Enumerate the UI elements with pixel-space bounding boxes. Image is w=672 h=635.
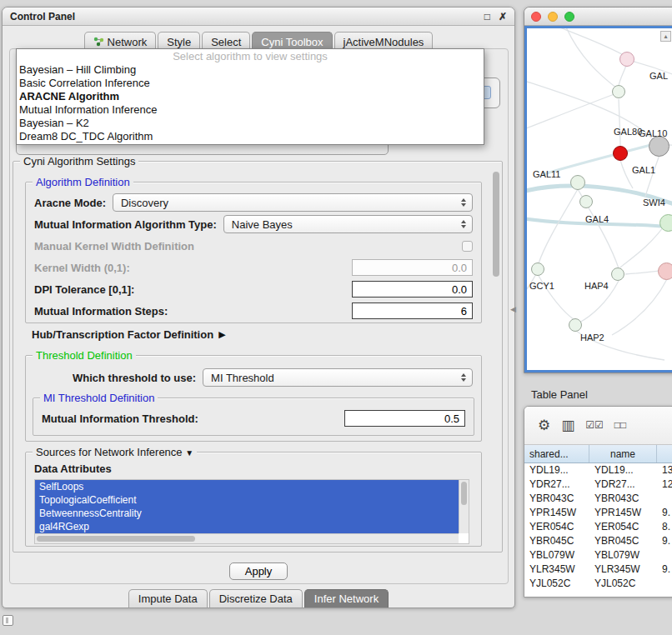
apply-button[interactable]: Apply [229,562,288,580]
splitter-arrow-icon[interactable]: ◀ [510,305,516,313]
cell-name: YBR043C [589,492,657,506]
network-canvas[interactable]: GAL GAL80 GAL10 GAL11 GAL1 SWI4 GAL4 GCY… [524,26,672,372]
settings-scrollbar-thumb[interactable] [493,172,499,277]
network-node[interactable] [612,85,625,98]
tab-jactivemnodules[interactable]: jActiveMNodules [334,32,434,49]
kernel-width-input[interactable] [352,259,473,276]
sources-group-label: Sources for Network Inference [36,446,183,458]
close-traffic-light[interactable] [531,12,541,22]
network-node-label: HAP4 [584,281,609,291]
network-node[interactable] [579,195,593,208]
zoom-traffic-light[interactable] [564,12,574,22]
tab-style[interactable]: Style [158,32,200,49]
sources-group-title[interactable]: Sources for Network Inference ▼ [33,446,197,458]
threshold-definition-group: Threshold Definition Which threshold to … [25,355,482,442]
dropdown-item-aracne[interactable]: ARACNE Algorithm [17,90,484,103]
column-header-name[interactable]: name [589,445,657,462]
dropdown-item-bayesian-hill-climbing[interactable]: Bayesian – Hill Climbing [17,63,484,77]
which-threshold-label: Which threshold to use: [73,372,196,384]
network-node-label: GAL4 [585,214,609,224]
which-threshold-row: Which threshold to use: MI Threshold [73,368,473,388]
cell-name: YDL19... [589,463,657,478]
network-node[interactable] [619,52,634,67]
gear-icon[interactable]: ⚙ [538,418,550,432]
manual-kernel-width-checkbox[interactable] [462,241,473,252]
mi-threshold-input[interactable] [344,410,465,427]
tab-impute-data[interactable]: Impute Data [128,589,208,608]
which-threshold-select[interactable]: MI Threshold [203,368,473,387]
table-row[interactable]: YBR045C YBR045C 9. [524,534,672,548]
network-node[interactable] [570,175,585,190]
bottom-tabs: Impute Data Discretize Data Infer Networ… [3,589,514,608]
control-panel-window: Control Panel □ ✗ Network Style [2,7,515,608]
dropdown-prompt: Select algorithm to view settings [17,50,484,63]
network-node[interactable] [531,262,544,276]
dpi-tolerance-input[interactable] [352,281,473,298]
network-node[interactable] [569,318,582,332]
tab-select[interactable]: Select [202,32,250,49]
network-window-titlebar[interactable] [524,8,672,26]
attributes-horizontal-scrollbar[interactable] [35,533,459,543]
dropdown-item-mutual-information[interactable]: Mutual Information Inference [17,103,484,117]
close-window-icon[interactable]: ✗ [499,12,507,22]
docked-panel-icon[interactable] [3,615,13,626]
cell-shared-name: YER054C [524,520,589,534]
data-attributes-list[interactable]: SelfLoops TopologicalCoefficient Between… [34,479,469,544]
mi-steps-input[interactable] [352,302,473,319]
table-row[interactable]: YDR27... YDR27... 12 [524,478,672,492]
control-panel-titlebar[interactable]: Control Panel □ ✗ [3,8,514,26]
tab-label: Network [108,36,148,48]
network-node[interactable] [659,214,672,232]
algorithm-definition-group: Algorithm Definition Aracne Mode: Discov… [25,182,482,323]
tab-infer-network[interactable]: Infer Network [304,589,389,608]
control-panel-tabs: Network Style Select Cyni Toolbox jActiv… [3,32,514,49]
network-node[interactable] [649,136,669,157]
attribute-item-selected[interactable]: SelfLoops [35,480,459,493]
select-all-checkboxes-icon[interactable]: ☑☑ [585,418,604,432]
deselect-all-checkboxes-icon[interactable]: □□ [614,418,627,432]
columns-icon[interactable]: ▥ [561,418,574,432]
hub-definition-toggle[interactable]: Hub/Transcription Factor Definition ▶ [32,328,226,341]
table-row[interactable]: YPR145W YPR145W 9. [524,506,672,520]
cell-name: YJL052C [589,577,657,591]
attribute-item-selected[interactable]: TopologicalCoefficient [35,493,459,507]
which-threshold-value: MI Threshold [211,372,457,384]
data-attributes-label: Data Attributes [34,462,112,475]
network-node-label: GAL10 [639,128,667,138]
tab-label: jActiveMNodules [344,36,424,48]
minimize-traffic-light[interactable] [548,12,558,22]
table-row[interactable]: YBL079W YBL079W [524,548,672,562]
table-row[interactable]: YBR043C YBR043C [524,492,672,506]
cell-extra: 12 [657,478,672,492]
mi-steps-row: Mutual Information Steps: [34,301,473,321]
tab-discretize-data[interactable]: Discretize Data [209,589,303,608]
dropdown-item-bayesian-k2[interactable]: Bayesian – K2 [17,117,484,130]
tab-label: Infer Network [314,592,379,605]
dropdown-item-dream8[interactable]: Dream8 DC_TDC Algorithm [17,130,484,143]
tab-cyni-toolbox[interactable]: Cyni Toolbox [252,32,332,49]
network-tab-icon [93,37,104,47]
scroll-up-icon[interactable]: ▴ [660,31,671,42]
network-node[interactable] [611,268,624,281]
table-panel-title: Table Panel [531,388,588,401]
attributes-vertical-scrollbar[interactable] [459,480,469,533]
table-row[interactable]: YDL19... YDL19... 13 [524,463,672,478]
aracne-mode-select[interactable]: Discovery [113,193,473,212]
column-header-extra[interactable] [657,445,672,462]
tab-network[interactable]: Network [84,32,157,49]
float-window-icon[interactable]: □ [484,12,490,22]
attribute-item-selected[interactable]: BetweennessCentrality [35,507,459,520]
mi-algorithm-type-select[interactable]: Naive Bayes [223,215,473,233]
network-node[interactable] [613,146,628,161]
table-row[interactable]: YJL052C YJL052C [524,577,672,591]
combo-arrows-icon [457,198,470,207]
dropdown-item-basic-correlation[interactable]: Basic Correlation Inference [17,77,484,90]
table-row[interactable]: YLR345W YLR345W 9. [524,562,672,577]
cell-name: YLR345W [589,562,657,577]
network-node[interactable] [658,262,672,280]
attribute-item-selected[interactable]: gal4RGexp [35,520,459,533]
network-node-label: GCY1 [529,281,554,291]
column-header-shared-name[interactable]: shared... [524,445,589,462]
table-row[interactable]: YER054C YER054C 8. [524,520,672,534]
cell-shared-name: YBR045C [524,534,589,548]
